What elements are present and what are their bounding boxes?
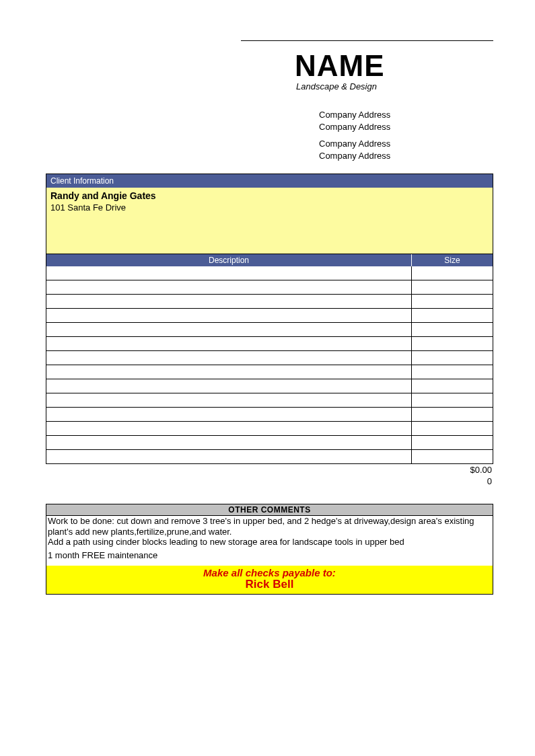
client-info-header: Client Information — [46, 174, 493, 188]
cell-size — [412, 408, 493, 421]
cell-description — [46, 436, 412, 449]
cell-size — [412, 351, 493, 365]
cell-description — [46, 280, 412, 294]
address-line-4: Company Address — [319, 150, 535, 162]
col-header-description: Description — [46, 254, 412, 266]
cell-description — [46, 450, 412, 463]
cell-size — [412, 323, 493, 336]
company-tagline: Landscape & Design — [296, 81, 535, 91]
cell-size — [412, 266, 493, 280]
table-row — [46, 337, 493, 351]
cell-description — [46, 323, 412, 336]
cell-size — [412, 337, 493, 350]
cell-description — [46, 309, 412, 322]
comment-line-2: Add a path using cinder blocks leading t… — [48, 537, 491, 547]
comments-body: Work to be done: cut down and remove 3 t… — [46, 516, 493, 566]
total-qty: 0 — [46, 476, 492, 488]
cell-size — [412, 436, 493, 449]
table-row — [46, 309, 493, 323]
table-row — [46, 295, 493, 309]
cell-size — [412, 393, 493, 407]
table-row — [46, 408, 493, 422]
cell-description — [46, 351, 412, 365]
table-row — [46, 422, 493, 436]
comment-line-1: Work to be done: cut down and remove 3 t… — [48, 516, 491, 537]
client-info-box: Randy and Angie Gates 101 Santa Fe Drive — [46, 188, 493, 254]
cell-description — [46, 295, 412, 308]
total-amount: $0.00 — [46, 465, 492, 476]
cell-description — [46, 337, 412, 350]
totals-block: $0.00 0 — [46, 464, 493, 488]
cell-size — [412, 295, 493, 308]
main-content: Client Information Randy and Angie Gates… — [46, 174, 493, 595]
company-header: NAME Landscape & Design — [295, 49, 535, 91]
cell-size — [412, 365, 493, 379]
invoice-page: NAME Landscape & Design Company Address … — [0, 40, 535, 595]
company-address-block: Company Address Company Address Company … — [319, 109, 535, 161]
cell-size — [412, 450, 493, 463]
table-row — [46, 323, 493, 337]
comments-header: OTHER COMMENTS — [46, 504, 493, 516]
cell-description — [46, 379, 412, 393]
payable-label: Make all checks payable to: — [46, 567, 493, 578]
client-name: Randy and Angie Gates — [50, 190, 489, 201]
cell-description — [46, 365, 412, 379]
address-line-2: Company Address — [319, 121, 535, 133]
table-row — [46, 379, 493, 393]
top-rule — [241, 40, 493, 41]
col-header-size: Size — [412, 254, 493, 266]
table-row — [46, 450, 493, 464]
cell-description — [46, 408, 412, 421]
comment-line-3: 1 month FREE maintenance — [48, 550, 491, 561]
payable-payee: Rick Bell — [46, 578, 493, 591]
cell-size — [412, 379, 493, 393]
table-row — [46, 351, 493, 365]
cell-size — [412, 309, 493, 322]
company-name: NAME — [295, 49, 535, 83]
cell-description — [46, 393, 412, 407]
table-row — [46, 436, 493, 450]
cell-size — [412, 422, 493, 435]
table-row — [46, 365, 493, 379]
address-line-3: Company Address — [319, 138, 535, 150]
table-row — [46, 266, 493, 280]
table-row — [46, 393, 493, 408]
address-line-1: Company Address — [319, 109, 535, 121]
client-address: 101 Santa Fe Drive — [50, 202, 489, 213]
line-items-body — [46, 266, 493, 464]
table-row — [46, 280, 493, 295]
cell-size — [412, 280, 493, 294]
payable-block: Make all checks payable to: Rick Bell — [46, 566, 493, 595]
cell-description — [46, 266, 412, 280]
cell-description — [46, 422, 412, 435]
line-items-header: Description Size — [46, 254, 493, 266]
